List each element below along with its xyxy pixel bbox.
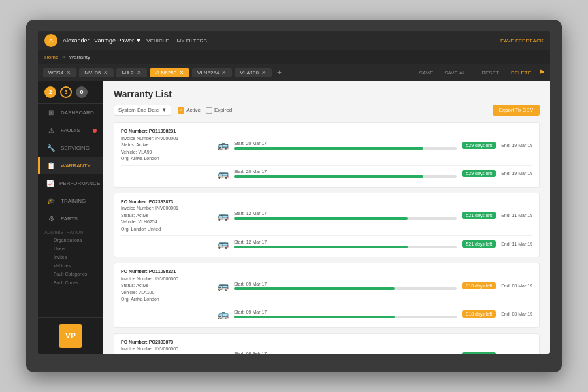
vp-logo: VP (59, 324, 82, 348)
progress-section-1-1: Start: 12 Mar 17 (234, 240, 457, 248)
entry-detail-1-0: 🚌 Start: 12 Mar 17 521 days left End: 11… (218, 210, 532, 221)
avatar: A (44, 34, 57, 47)
entry-detail-3-0: 🚌 Start: 08 Feb 17 485 days left End: 07… (218, 351, 532, 354)
days-badge: 521 days left (462, 212, 496, 219)
breadcrumb-home[interactable]: Home (44, 54, 58, 60)
entry-detail-0-0: 🚌 Start: 20 Mar 17 529 days left End: 19… (218, 140, 532, 150)
progress-section-2-1: Start: 09 Mar 17 (234, 310, 457, 318)
end-date: End: 07 Feb 19 (501, 353, 532, 354)
sidebar-item-performance[interactable]: 📈 PERFORMANCE (38, 174, 103, 192)
admin-section-label: ADMINISTRATION (38, 227, 103, 236)
warranty-entry-3: PO Number: PO2393873 Invoice Number: INV… (114, 333, 540, 355)
servicing-icon: 🔧 (46, 144, 56, 152)
nav-filters[interactable]: MY FILTERS (177, 38, 207, 44)
entry-row-2-1: 🚌 Start: 09 Mar 17 318 days left End: 08… (121, 309, 532, 319)
counter-orange: 2 (44, 86, 56, 98)
top-bar-left: A Alexander Vantage Power ▼ VEHICLE MY F… (44, 34, 207, 47)
progress-section-1-0: Start: 12 Mar 17 (234, 211, 457, 220)
sort-select[interactable]: System End Date ▼ (114, 105, 171, 116)
tabs-actions: SAVE SAVE AL... RESET DELETE ⚑ (415, 69, 545, 77)
sidebar-item-faults[interactable]: ⚠ FAULTS (38, 122, 103, 139)
sidebar-item-warranty[interactable]: 📋 WARRANTY (38, 157, 103, 174)
tab-close-4[interactable]: ✕ (221, 69, 227, 76)
progress-section-0-1: Start: 20 Mar 17 (234, 169, 457, 178)
sub-users[interactable]: Users (38, 244, 103, 253)
warranty-entry-1: PO Number: PO2393873 Invoice Number: INV… (114, 193, 540, 258)
progress-label: Start: 20 Mar 17 (234, 141, 457, 146)
entry-row-0-0: PO Number: PO11098231 Invoice Number: IN… (121, 128, 532, 163)
tab-mvl35[interactable]: MVL35 ✕ (79, 68, 114, 77)
progress-label: Start: 08 Feb 17 (234, 351, 457, 354)
tab-close-2[interactable]: ✕ (137, 69, 142, 76)
days-badge: 529 days left (462, 170, 496, 177)
warranty-entries: PO Number: PO11098231 Invoice Number: IN… (114, 122, 540, 354)
bus-icon: 🚌 (218, 210, 229, 221)
tab-close-0[interactable]: ✕ (66, 69, 71, 76)
sidebar-nav: ⊞ DASHBOARD ⚠ FAULTS 🔧 SERVICING 📋 (38, 104, 103, 317)
main-area: 2 3 0 ⊞ DASHBOARD ⚠ FAULTS 🔧 (38, 81, 550, 354)
export-csv-button[interactable]: Export To CSV (493, 105, 540, 116)
entry-detail-1-1: 🚌 Start: 12 Mar 17 521 days left End: 11… (218, 238, 532, 249)
content-toolbar: System End Date ▼ ✓ Active Expired E (114, 105, 540, 116)
progress-bar-bg (234, 316, 457, 318)
active-checkbox[interactable]: ✓ (178, 107, 184, 114)
entry-detail-2-1: 🚌 Start: 09 Mar 17 318 days left End: 08… (218, 309, 532, 319)
progress-label: Start: 12 Mar 17 (234, 240, 457, 244)
tab-ma2[interactable]: MA 2 ✕ (116, 68, 146, 77)
tab-vln6254[interactable]: VLN6254 ✕ (192, 68, 232, 77)
entry-info-3: PO Number: PO2393873 Invoice Number: INV… (121, 339, 212, 355)
tab-add[interactable]: + (277, 68, 282, 77)
sidebar-item-servicing[interactable]: 🔧 SERVICING (38, 139, 103, 157)
progress-bar-bg (234, 147, 457, 150)
reset-btn[interactable]: RESET (478, 69, 503, 77)
end-date: End: 19 Mar 19 (501, 143, 532, 148)
entry-detail-0-1: 🚌 Start: 20 Mar 17 529 days left End: 19… (218, 169, 532, 179)
progress-bar-fill (234, 217, 408, 220)
filter-group: ✓ Active Expired (178, 107, 232, 114)
breadcrumb-current: Warranty (69, 54, 90, 60)
save-all-btn[interactable]: SAVE AL... (440, 69, 474, 77)
progress-section-0-0: Start: 20 Mar 17 (234, 141, 457, 150)
progress-bar-fill (234, 246, 408, 248)
sub-vehicles[interactable]: Vehicles (38, 261, 103, 270)
expired-checkbox[interactable] (206, 107, 212, 114)
save-btn[interactable]: SAVE (415, 69, 436, 77)
tab-wcs4[interactable]: WCS4 ✕ (43, 68, 76, 77)
progress-label: Start: 20 Mar 17 (234, 169, 457, 174)
training-icon: 🎓 (46, 197, 56, 204)
nav-vehicle[interactable]: VEHICLE (146, 38, 169, 44)
feedback-link[interactable]: LEAVE FEEDBACK (497, 38, 544, 44)
faults-icon: ⚠ (46, 127, 56, 134)
progress-bar-fill (234, 147, 423, 150)
filter-expired[interactable]: Expired (206, 107, 232, 114)
tab-close-3[interactable]: ✕ (179, 69, 184, 76)
progress-label: Start: 09 Mar 17 (234, 310, 457, 314)
sub-fault-categories[interactable]: Fault Categories (38, 270, 103, 278)
filter-active[interactable]: ✓ Active (178, 107, 201, 114)
end-date: End: 11 Mar 19 (501, 242, 532, 246)
sub-invites[interactable]: Invites (38, 253, 103, 261)
progress-label: Start: 09 Mar 17 (234, 282, 457, 286)
sub-fault-codes[interactable]: Fault Codes (38, 278, 103, 287)
flag-icon[interactable]: ⚑ (539, 69, 545, 77)
tab-vla100[interactable]: VLA100 ✕ (235, 68, 271, 77)
progress-label: Start: 12 Mar 17 (234, 211, 457, 216)
tab-vln6253[interactable]: VLN6253 ✕ (150, 68, 189, 77)
parts-icon: ⚙ (46, 215, 56, 222)
sidebar-item-training[interactable]: 🎓 TRAINING (38, 192, 103, 210)
sub-organisations[interactable]: Organisations (38, 236, 103, 244)
progress-bar-bg (234, 246, 457, 248)
delete-btn[interactable]: DELETE (507, 69, 535, 77)
laptop: A Alexander Vantage Power ▼ VEHICLE MY F… (26, 20, 562, 372)
bus-icon: 🚌 (218, 140, 229, 150)
sidebar-item-dashboard[interactable]: ⊞ DASHBOARD (38, 104, 103, 122)
tab-close-5[interactable]: ✕ (261, 69, 267, 76)
sidebar-item-parts[interactable]: ⚙ PARTS (38, 210, 103, 227)
warranty-entry-0: PO Number: PO11098231 Invoice Number: IN… (114, 122, 540, 188)
days-badge: 318 days left (462, 310, 496, 318)
warranty-entry-2: PO Number: PO11098231 Invoice Number: IN… (114, 263, 540, 328)
tab-close-1[interactable]: ✕ (103, 69, 108, 76)
counter-gray: 0 (76, 86, 88, 98)
days-badge: 521 days left (462, 240, 496, 248)
days-badge: 318 days left (462, 282, 496, 289)
